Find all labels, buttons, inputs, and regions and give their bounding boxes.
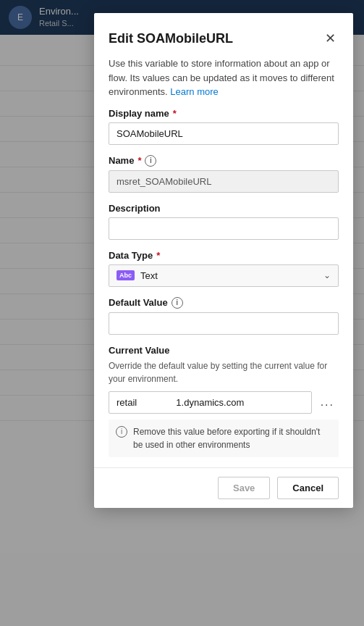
name-info-icon[interactable]: i xyxy=(145,155,156,167)
current-value-input[interactable] xyxy=(109,391,312,414)
data-type-group: Data Type * Abc Text ⌄ xyxy=(109,250,339,287)
chevron-down-icon: ⌄ xyxy=(323,270,331,280)
display-name-input[interactable] xyxy=(109,122,339,145)
info-banner: i Remove this value before exporting if … xyxy=(109,420,339,457)
data-type-required: * xyxy=(156,250,160,261)
description-group: Description xyxy=(109,203,339,240)
cancel-button[interactable]: Cancel xyxy=(277,477,339,499)
edit-modal: Edit SOAMobileURL ✕ Use this variable to… xyxy=(94,13,353,508)
type-icon: Abc xyxy=(117,270,135,280)
description-input[interactable] xyxy=(109,217,339,240)
modal-body: Display name * Name * i Description Data xyxy=(94,108,353,467)
modal-footer: Save Cancel xyxy=(94,467,353,508)
data-type-dropdown[interactable]: Abc Text ⌄ xyxy=(109,264,339,287)
close-button[interactable]: ✕ xyxy=(322,28,339,49)
current-value-group: Current Value Override the default value… xyxy=(109,345,339,457)
display-name-group: Display name * xyxy=(109,108,339,145)
current-value-desc: Override the default value by setting th… xyxy=(109,359,339,385)
display-name-label: Display name * xyxy=(109,108,339,119)
default-value-info-icon[interactable]: i xyxy=(172,297,183,309)
info-banner-text: Remove this value before exporting if it… xyxy=(133,425,331,451)
current-value-row: ... xyxy=(109,391,339,414)
learn-more-link[interactable]: Learn more xyxy=(170,86,218,97)
data-type-label: Data Type * xyxy=(109,250,339,261)
current-value-label: Current Value xyxy=(109,345,339,356)
description-label: Description xyxy=(109,203,339,214)
name-group: Name * i xyxy=(109,155,339,193)
default-value-input[interactable] xyxy=(109,312,339,335)
display-name-required: * xyxy=(173,108,177,119)
info-banner-icon: i xyxy=(116,426,127,438)
modal-description: Use this variable to store information a… xyxy=(94,57,353,108)
modal-title: Edit SOAMobileURL xyxy=(109,31,233,46)
modal-header: Edit SOAMobileURL ✕ xyxy=(94,13,353,57)
default-value-group: Default Value i xyxy=(109,297,339,335)
name-input xyxy=(109,170,339,193)
ellipsis-button[interactable]: ... xyxy=(316,393,339,412)
data-type-value: Text xyxy=(140,270,158,281)
default-value-label: Default Value i xyxy=(109,297,339,309)
save-button[interactable]: Save xyxy=(218,477,270,499)
name-label: Name * i xyxy=(109,155,339,167)
name-required: * xyxy=(137,155,141,166)
